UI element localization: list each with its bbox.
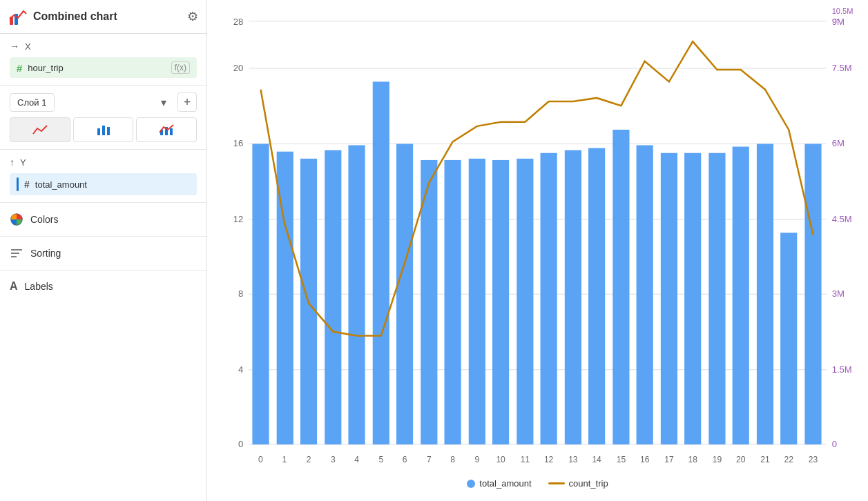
x-label-11: 11 (521, 455, 530, 464)
sorting-section[interactable]: Sorting (0, 237, 206, 271)
bar-10 (492, 160, 509, 444)
chart-type-line-button[interactable] (10, 117, 70, 142)
svg-text:6M: 6M (832, 138, 845, 148)
bar-23 (804, 144, 821, 444)
svg-text:12: 12 (233, 214, 244, 224)
svg-text:···: ··· (832, 15, 838, 23)
y-hash-icon: # (24, 179, 30, 190)
bar-14 (588, 148, 605, 445)
labels-section[interactable]: A Labels (0, 271, 206, 302)
svg-rect-4 (107, 127, 110, 135)
x-label-7: 7 (427, 455, 432, 464)
svg-text:16: 16 (233, 138, 244, 148)
layer-select[interactable]: Слой 1 (10, 93, 55, 112)
chart-area: 0 4 8 12 16 20 28 0 1.5M 3M 4.5M 6M 7.5M… (207, 0, 868, 501)
chart-type-combined-button[interactable] (136, 117, 197, 142)
x-label-5: 5 (378, 455, 383, 464)
layer-row: Слой 1 + (10, 92, 197, 112)
y-axis-label-row: ↑ Y (10, 157, 197, 168)
layer-select-wrapper: Слой 1 (10, 93, 172, 112)
x-label-12: 12 (544, 455, 554, 464)
x-label-19: 19 (713, 455, 722, 464)
y-arrow-icon: ↑ (10, 157, 15, 168)
x-label-14: 14 (592, 455, 601, 464)
x-label-17: 17 (664, 455, 674, 464)
legend-bar-label: total_amount (479, 478, 531, 489)
bar-0 (252, 144, 269, 444)
sidebar: Combined chart ⚙ → X # hour_trip f(x) Сл… (0, 0, 207, 501)
x-axis-label: X (25, 41, 31, 52)
bar-13 (565, 150, 581, 444)
y-field-name: total_amount (35, 179, 190, 190)
bar-11 (517, 159, 533, 444)
bar-22 (780, 233, 797, 444)
svg-rect-3 (102, 126, 105, 135)
x-field-name: hour_trip (28, 63, 165, 73)
bar-16 (637, 145, 653, 444)
bar-9 (469, 159, 485, 444)
legend-line-label: count_trip (569, 478, 608, 489)
layer-add-button[interactable]: + (177, 92, 197, 112)
x-label-18: 18 (688, 455, 697, 464)
bar-15 (613, 130, 629, 444)
svg-text:1.5M: 1.5M (832, 364, 852, 375)
svg-text:3M: 3M (832, 288, 845, 299)
y-bar-indicator (17, 177, 19, 191)
svg-rect-2 (97, 128, 100, 135)
x-arrow-icon: → (10, 41, 19, 52)
bar-chart-icon (95, 123, 112, 137)
y-field-row[interactable]: # total_amount (10, 173, 197, 195)
bar-21 (757, 144, 773, 444)
svg-text:28: 28 (233, 16, 244, 26)
chart-icon (8, 7, 28, 26)
y-axis-section: ↑ Y # total_amount (0, 150, 206, 203)
svg-text:4: 4 (238, 364, 243, 375)
colors-section[interactable]: Colors (0, 203, 206, 237)
bar-19 (708, 153, 725, 444)
chart-container: 0 4 8 12 16 20 28 0 1.5M 3M 4.5M 6M 7.5M… (214, 7, 861, 473)
x-label-0: 0 (258, 455, 263, 464)
svg-text:0: 0 (832, 439, 837, 449)
x-hash-icon: # (17, 62, 22, 74)
labels-label: Labels (25, 281, 53, 292)
svg-text:0: 0 (238, 439, 243, 449)
bar-20 (733, 147, 749, 445)
sidebar-title: Combined chart (33, 10, 182, 23)
x-label-8: 8 (450, 455, 455, 464)
x-label-21: 21 (760, 455, 770, 464)
x-field-row[interactable]: # hour_trip f(x) (10, 57, 197, 78)
x-field-func[interactable]: f(x) (171, 61, 190, 74)
x-label-2: 2 (307, 455, 311, 464)
x-label-23: 23 (809, 455, 818, 464)
x-label-16: 16 (640, 455, 650, 464)
x-label-1: 1 (282, 455, 287, 464)
legend-bar-item: total_amount (467, 478, 531, 489)
legend-bar-dot (467, 480, 475, 488)
x-label-9: 9 (474, 455, 479, 464)
svg-text:8: 8 (238, 288, 243, 299)
svg-text:7.5M: 7.5M (832, 63, 852, 73)
x-label-22: 22 (784, 455, 793, 464)
sorting-label: Sorting (30, 248, 61, 259)
svg-rect-7 (170, 128, 173, 135)
gear-icon[interactable]: ⚙ (187, 9, 198, 24)
line-chart-polyline (261, 41, 813, 335)
x-axis-label-row: → X (10, 41, 197, 52)
x-label-15: 15 (617, 455, 626, 464)
svg-text:20: 20 (233, 63, 244, 73)
chart-type-row (10, 117, 197, 142)
sidebar-header: Combined chart ⚙ (0, 0, 206, 34)
chart-type-bar-button[interactable] (73, 117, 134, 142)
legend-line-item: count_trip (548, 478, 608, 489)
x-label-10: 10 (496, 455, 505, 464)
legend-line-indicator (548, 482, 565, 484)
labels-icon: A (10, 280, 18, 293)
x-label-6: 6 (403, 455, 407, 464)
svg-text:10.5M: 10.5M (832, 7, 853, 15)
x-axis-section: → X # hour_trip f(x) (0, 34, 206, 86)
sorting-icon (10, 246, 23, 260)
main-chart-svg: 0 4 8 12 16 20 28 0 1.5M 3M 4.5M 6M 7.5M… (214, 7, 861, 473)
svg-text:4.5M: 4.5M (832, 214, 852, 224)
colors-icon (10, 213, 23, 226)
x-label-13: 13 (568, 455, 578, 464)
